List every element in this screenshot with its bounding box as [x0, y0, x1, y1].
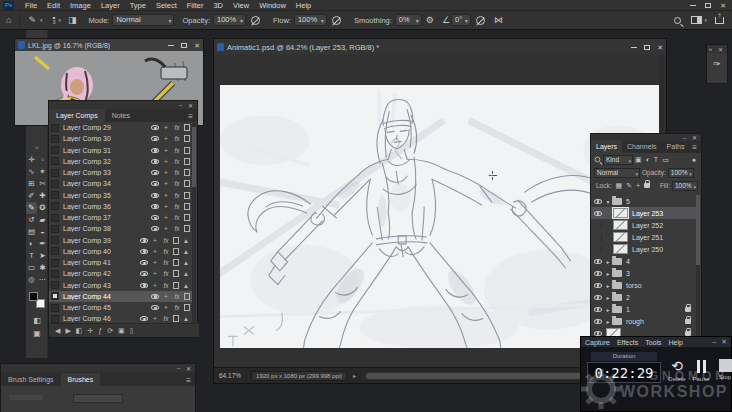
- delete-button[interactable]: ⟲Delete: [665, 358, 689, 382]
- minimize-icon[interactable]: –: [177, 365, 180, 371]
- capture-menu-capture[interactable]: Capture: [585, 339, 610, 346]
- layer-row[interactable]: Layer 251: [591, 231, 697, 243]
- delete-layer-comp-icon[interactable]: ▯: [130, 325, 134, 337]
- menu-item-edit[interactable]: Edit: [42, 0, 65, 11]
- restore-icon[interactable]: [181, 43, 187, 48]
- capture-menu-tools[interactable]: Tools: [645, 339, 661, 346]
- visibility-eye-icon[interactable]: [594, 199, 602, 204]
- tab-layer-comps[interactable]: Layer Comps: [49, 109, 105, 122]
- visibility-eye-icon[interactable]: [151, 305, 159, 310]
- layer-comp-row[interactable]: Layer Comp 40+fx▲: [49, 246, 193, 257]
- chevron-down-icon[interactable]: ▾: [40, 17, 43, 23]
- menu-item-help[interactable]: Help: [291, 0, 316, 11]
- quick-mask-icon[interactable]: ◧: [26, 314, 48, 327]
- airbrush-icon[interactable]: [332, 16, 341, 25]
- menu-item-layer[interactable]: Layer: [96, 0, 125, 11]
- layer-comp-row[interactable]: Layer Comp 33+fx: [49, 167, 193, 178]
- visibility-eye-icon[interactable]: [151, 125, 159, 130]
- visibility-eye-icon[interactable]: [151, 193, 159, 198]
- layer-comp-apply-box[interactable]: [51, 281, 59, 289]
- path-select-tool-icon[interactable]: ➤: [37, 250, 48, 262]
- menu-item-file[interactable]: File: [20, 0, 42, 11]
- restore-icon[interactable]: [644, 45, 650, 50]
- layer-comp-apply-box[interactable]: [51, 157, 59, 165]
- filter-type-icon[interactable]: T: [654, 155, 658, 165]
- menu-item-view[interactable]: View: [228, 0, 254, 11]
- filter-shape-icon[interactable]: ▭: [662, 155, 669, 165]
- layer-comp-row[interactable]: Layer Comp 38+fx: [49, 223, 193, 234]
- visibility-cell[interactable]: [591, 211, 604, 216]
- layer-comp-apply-box[interactable]: [51, 270, 59, 278]
- layer-comp-apply-box[interactable]: [51, 202, 59, 210]
- panel-menu-icon[interactable]: ≡: [692, 143, 697, 153]
- visibility-empty[interactable]: [594, 246, 602, 253]
- pause-button[interactable]: Pause: [689, 358, 713, 382]
- visibility-eye-icon[interactable]: [151, 170, 159, 175]
- rectangle-tool-icon[interactable]: ▭: [26, 262, 37, 274]
- visibility-eye-icon[interactable]: [594, 295, 602, 300]
- visibility-eye-icon[interactable]: [151, 181, 159, 186]
- tab-channels[interactable]: Channels: [622, 140, 662, 153]
- tab-brushes[interactable]: Brushes: [61, 373, 101, 386]
- visibility-eye-icon[interactable]: [594, 331, 602, 336]
- close-icon[interactable]: ✕: [188, 102, 193, 109]
- chevron-right-icon[interactable]: ▸: [604, 306, 612, 313]
- menu-item-filter[interactable]: Filter: [182, 0, 209, 11]
- document-title-bar[interactable]: Animatic1.psd @ 64.2% (Layer 253, RGB/8)…: [214, 39, 666, 55]
- layer-comp-apply-box[interactable]: [51, 124, 59, 132]
- layer-row[interactable]: ▸4: [591, 255, 697, 267]
- visibility-cell[interactable]: [591, 319, 604, 324]
- status-arrow-icon[interactable]: ▸: [353, 372, 356, 379]
- minimize-icon[interactable]: [690, 5, 696, 6]
- layer-comp-row[interactable]: Layer Comp 30+fx: [49, 133, 193, 144]
- slice-tool-icon[interactable]: ✄: [37, 178, 48, 190]
- close-icon[interactable]: ✕: [692, 134, 697, 141]
- minimize-icon[interactable]: [168, 45, 174, 46]
- layer-thumbnail[interactable]: [613, 220, 628, 230]
- layer-comp-row[interactable]: Layer Comp 39+fx▲: [49, 235, 193, 246]
- update-visibility-icon[interactable]: ◧: [76, 325, 83, 337]
- stamp-tool-icon[interactable]: ✪: [37, 202, 48, 214]
- visibility-cell[interactable]: [591, 331, 604, 336]
- layer-comp-row[interactable]: Layer Comp 34+fx: [49, 178, 193, 189]
- close-icon[interactable]: ✕: [186, 365, 191, 372]
- tab-layers[interactable]: Layers: [591, 140, 622, 153]
- menu-item-image[interactable]: Image: [65, 0, 96, 11]
- layer-comp-apply-box[interactable]: [51, 146, 59, 154]
- layer-row[interactable]: ▸3: [591, 267, 697, 279]
- visibility-cell[interactable]: [591, 199, 604, 204]
- visibility-eye-icon[interactable]: [594, 283, 602, 288]
- layer-comp-apply-box[interactable]: [51, 236, 59, 244]
- capture-menu-effects[interactable]: Effects: [617, 339, 638, 346]
- healing-tool-icon[interactable]: ✚: [37, 190, 48, 202]
- layer-comp-row[interactable]: Layer Comp 45+fx: [49, 302, 193, 313]
- visibility-empty[interactable]: [594, 222, 602, 229]
- layer-row[interactable]: ▸torso: [591, 279, 697, 291]
- visibility-eye-icon[interactable]: [594, 271, 602, 276]
- visibility-eye-icon[interactable]: [594, 307, 602, 312]
- visibility-cell[interactable]: [591, 283, 604, 288]
- visibility-eye-icon[interactable]: [140, 260, 148, 265]
- visibility-cell[interactable]: [591, 271, 604, 276]
- layer-thumbnail[interactable]: [613, 244, 628, 254]
- close-icon[interactable]: ✕: [721, 338, 727, 346]
- visibility-eye-icon[interactable]: [140, 238, 148, 243]
- layer-row[interactable]: ▸rough: [591, 315, 697, 327]
- lock-transparency-icon[interactable]: ▦: [616, 181, 623, 191]
- layer-comp-row[interactable]: Layer Comp 44+fx: [49, 291, 193, 302]
- pressure-opacity-icon[interactable]: [251, 16, 260, 25]
- new-layer-comp-icon[interactable]: ▣: [118, 325, 125, 337]
- update-layer-comp-icon[interactable]: ⟳: [107, 325, 113, 337]
- layer-row[interactable]: ▸1: [591, 303, 697, 315]
- smoothing-select[interactable]: 0%: [395, 14, 422, 26]
- layer-comp-apply-box[interactable]: [51, 214, 59, 222]
- blur-tool-icon[interactable]: ◒: [37, 226, 48, 238]
- lock-pixels-icon[interactable]: ✎: [626, 181, 632, 191]
- next-comp-icon[interactable]: ▶: [65, 325, 70, 337]
- layer-comp-row[interactable]: Layer Comp 32+fx: [49, 156, 193, 167]
- visibility-eye-icon[interactable]: [151, 204, 159, 209]
- menu-item-window[interactable]: Window: [254, 0, 291, 11]
- filter-adjustment-icon[interactable]: ◐: [646, 155, 650, 165]
- opacity-select[interactable]: 100%: [213, 14, 246, 26]
- prev-comp-icon[interactable]: ◀: [55, 325, 60, 337]
